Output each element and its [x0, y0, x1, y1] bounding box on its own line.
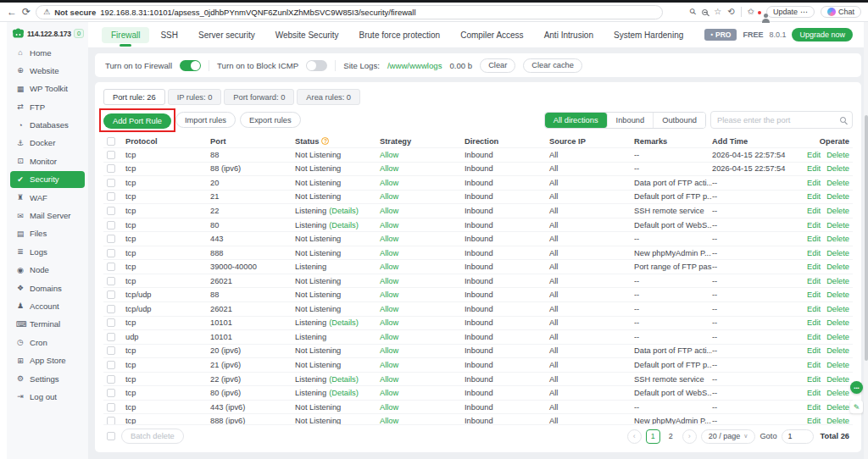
tab-server-security[interactable]: Server security: [189, 27, 264, 43]
details-link[interactable]: (Details): [329, 389, 359, 397]
edit-link[interactable]: Edit: [807, 389, 821, 397]
tab-firewall[interactable]: Firewall: [102, 27, 149, 43]
sidebar-item-docker[interactable]: ⚓ Docker: [10, 135, 85, 152]
row-checkbox[interactable]: [107, 179, 115, 187]
sidebar-item-wp-toolkit[interactable]: ▦ WP Toolkit: [10, 80, 85, 97]
sidebar-item-account[interactable]: ♟ Account: [10, 297, 85, 314]
sidebar-item-logs[interactable]: ≣ Logs: [10, 243, 85, 260]
direction-filter-all-directions[interactable]: All directions: [545, 113, 608, 128]
sidebar-item-domains[interactable]: ❖ Domains: [10, 279, 85, 296]
delete-link[interactable]: Delete: [826, 403, 849, 412]
direction-filter-inbound[interactable]: Inbound: [608, 113, 654, 128]
rule-tab-ip-rules-0[interactable]: IP rules: 0: [168, 89, 222, 105]
tab-website-security[interactable]: Website Security: [266, 27, 348, 43]
delete-link[interactable]: Delete: [826, 417, 849, 424]
edit-link[interactable]: Edit: [807, 403, 821, 412]
delete-link[interactable]: Delete: [826, 263, 849, 271]
row-checkbox[interactable]: [107, 164, 115, 173]
delete-link[interactable]: Delete: [826, 277, 849, 285]
row-checkbox[interactable]: [107, 207, 115, 215]
row-checkbox[interactable]: [107, 375, 115, 384]
feedback-float-button[interactable]: ✎: [850, 401, 863, 413]
delete-link[interactable]: Delete: [826, 346, 849, 355]
edit-link[interactable]: Edit: [807, 361, 821, 369]
sidebar-item-cron[interactable]: ◷ Cron: [10, 334, 85, 351]
firewall-toggle[interactable]: [180, 60, 201, 71]
edit-link[interactable]: Edit: [807, 235, 821, 243]
delete-link[interactable]: Delete: [826, 375, 849, 384]
edit-link[interactable]: Edit: [807, 221, 821, 230]
pro-badge[interactable]: ⬩PRO: [704, 29, 737, 41]
edit-link[interactable]: Edit: [807, 207, 821, 215]
sidebar-item-security[interactable]: ✔ Security: [10, 171, 85, 188]
row-checkbox[interactable]: [107, 305, 115, 313]
row-checkbox[interactable]: [107, 277, 115, 285]
port-search-box[interactable]: [710, 111, 853, 129]
delete-link[interactable]: Delete: [826, 151, 849, 159]
select-all-checkbox[interactable]: [107, 137, 115, 146]
edit-link[interactable]: Edit: [807, 277, 821, 285]
rule-tab-port-forward-0[interactable]: Port forward: 0: [224, 89, 294, 105]
details-link[interactable]: (Details): [329, 221, 359, 230]
site-logs-path-link[interactable]: /www/wwwlogs: [387, 61, 442, 70]
sidebar-item-monitor[interactable]: ⊡ Monitor: [10, 152, 85, 169]
sidebar-item-files[interactable]: ▤ Files: [10, 225, 85, 242]
row-checkbox[interactable]: [107, 235, 115, 243]
page-number-2[interactable]: 2: [664, 429, 678, 444]
sidebar-item-home[interactable]: ⌂ Home: [10, 44, 85, 61]
delete-link[interactable]: Delete: [826, 305, 849, 313]
message-count-badge[interactable]: 0: [74, 29, 84, 38]
footer-select-checkbox[interactable]: [107, 432, 115, 440]
sidebar-item-app-store[interactable]: ⊞ App Store: [10, 352, 85, 369]
export-rules-button[interactable]: Export rules: [240, 112, 301, 128]
row-checkbox[interactable]: [107, 417, 115, 424]
clear-button[interactable]: Clear: [480, 58, 515, 73]
edit-link[interactable]: Edit: [807, 151, 821, 159]
sidebar-item-settings[interactable]: ⚙ Settings: [10, 370, 85, 387]
delete-link[interactable]: Delete: [826, 361, 849, 369]
search-icon[interactable]: [840, 117, 846, 123]
support-chat-float-button[interactable]: •••: [850, 381, 863, 394]
password-key-icon[interactable]: ⚲: [687, 7, 698, 17]
direction-filter-outbound[interactable]: Outbound: [654, 113, 705, 128]
tab-system-hardening[interactable]: System Hardening: [604, 27, 693, 43]
page-size-select[interactable]: 20 / page∨: [701, 429, 756, 444]
goto-page-input[interactable]: [782, 429, 814, 444]
chat-button[interactable]: Chat: [821, 6, 861, 18]
browser-tool-icon[interactable]: ⟲: [727, 8, 734, 16]
delete-link[interactable]: Delete: [826, 235, 849, 243]
row-checkbox[interactable]: [107, 346, 115, 355]
sidebar-item-terminal[interactable]: ⌨ Terminal: [10, 316, 85, 333]
scrollbar-thumb[interactable]: [865, 115, 868, 361]
help-icon[interactable]: ?: [321, 137, 329, 145]
row-checkbox[interactable]: [107, 403, 115, 412]
delete-link[interactable]: Delete: [826, 192, 849, 201]
delete-link[interactable]: Delete: [826, 333, 849, 341]
tab-compiler-access[interactable]: Compiler Access: [451, 27, 532, 43]
port-search-input[interactable]: [717, 116, 836, 124]
row-checkbox[interactable]: [107, 151, 115, 159]
tab-ssh[interactable]: SSH: [151, 27, 187, 43]
details-link[interactable]: (Details): [329, 207, 359, 215]
row-checkbox[interactable]: [107, 221, 115, 230]
sidebar-item-waf[interactable]: ♜ WAF: [10, 189, 85, 206]
add-port-rule-button[interactable]: Add Port Rule: [103, 113, 171, 129]
refresh-icon[interactable]: ⟳: [22, 7, 31, 17]
sidebar-header[interactable]: 114.122.8.173 0: [10, 26, 85, 44]
zoom-icon[interactable]: [702, 9, 708, 15]
edit-link[interactable]: Edit: [807, 192, 821, 201]
rule-tab-area-rules-0[interactable]: Area rules: 0: [297, 89, 360, 105]
delete-link[interactable]: Delete: [826, 318, 849, 327]
collections-icon[interactable]: ✩: [748, 8, 754, 16]
sidebar-item-node[interactable]: ◉ Node: [10, 262, 85, 279]
edit-link[interactable]: Edit: [807, 164, 821, 173]
back-icon[interactable]: ←: [7, 7, 17, 17]
delete-link[interactable]: Delete: [826, 389, 849, 397]
edit-link[interactable]: Edit: [807, 417, 821, 424]
address-bar[interactable]: ⚠ Not secure 192.168.8.31:10101/apsess_0…: [36, 5, 663, 19]
row-checkbox[interactable]: [107, 249, 115, 257]
row-checkbox[interactable]: [107, 389, 115, 397]
sidebar-item-mail-server[interactable]: ✉ Mail Server: [10, 207, 85, 224]
delete-link[interactable]: Delete: [826, 164, 849, 173]
batch-delete-button[interactable]: Batch delete: [121, 429, 184, 444]
